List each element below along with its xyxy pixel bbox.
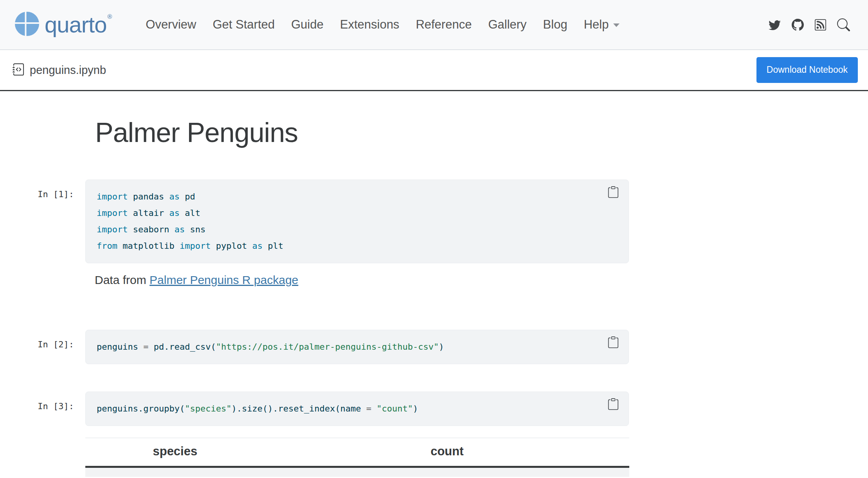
nav-link-get-started[interactable]: Get Started <box>212 18 275 32</box>
nav-icon-group <box>769 18 850 31</box>
search-icon[interactable] <box>837 18 850 31</box>
nav-link-overview[interactable]: Overview <box>146 18 196 32</box>
table-row <box>85 467 629 477</box>
clipboard-icon[interactable] <box>607 186 619 199</box>
nav-link-reference[interactable]: Reference <box>416 18 472 32</box>
github-icon[interactable] <box>792 19 804 31</box>
code-cell-input: penguins = pd.read_csv("https://pos.it/p… <box>85 330 629 364</box>
code-cell-input: penguins.groupby("species").size().reset… <box>85 392 629 426</box>
notebook-filename: penguins.ipynb <box>30 64 106 77</box>
notebook-header-bar: penguins.ipynb Download Notebook <box>0 50 868 91</box>
nav-link-guide[interactable]: Guide <box>291 18 324 32</box>
code-cell: In [3]: penguins.groupby("species").size… <box>20 392 868 426</box>
code-text: penguins = pd.read_csv("https://pos.it/p… <box>97 339 618 355</box>
nav-link-blog[interactable]: Blog <box>543 18 567 32</box>
cell-execution-label: In [2]: <box>20 330 85 364</box>
nav-link-help[interactable]: Help <box>584 18 620 32</box>
table-header-row: species count <box>85 438 629 467</box>
table-header-species: species <box>85 438 265 467</box>
code-cell: In [2]: penguins = pd.read_csv("https://… <box>20 330 868 364</box>
quarto-logo[interactable]: quarto ® <box>15 12 112 38</box>
clipboard-icon[interactable] <box>607 398 619 411</box>
quarto-logo-icon <box>15 12 39 38</box>
navbar: quarto ® OverviewGet StartedGuideExtensi… <box>0 0 868 50</box>
rss-icon[interactable] <box>815 19 826 31</box>
notebook-content: Palmer Penguins In [1]: import pandas as… <box>0 119 868 477</box>
code-cell: In [1]: import pandas as pd import altai… <box>20 180 868 263</box>
caret-down-icon <box>613 23 619 27</box>
code-text: penguins.groupby("species").size().reset… <box>97 401 618 417</box>
paragraph-text: Data from <box>95 273 149 286</box>
clipboard-icon[interactable] <box>607 336 619 349</box>
paragraph: Data from Palmer Penguins R package <box>95 273 868 287</box>
nav-link-extensions[interactable]: Extensions <box>340 18 400 32</box>
cell-execution-label: In [3]: <box>20 392 85 426</box>
palmer-penguins-link[interactable]: Palmer Penguins R package <box>149 273 298 286</box>
journal-code-icon <box>13 63 25 77</box>
notebook-file: penguins.ipynb <box>13 63 106 77</box>
main-nav: OverviewGet StartedGuideExtensionsRefere… <box>146 18 619 32</box>
result-table: species count <box>85 438 629 477</box>
download-notebook-button[interactable]: Download Notebook <box>756 57 858 83</box>
twitter-icon[interactable] <box>769 19 781 31</box>
table-header-count: count <box>265 438 629 467</box>
brand-wordmark: quarto <box>45 13 106 36</box>
cell-execution-label: In [1]: <box>20 180 85 263</box>
nav-link-gallery[interactable]: Gallery <box>488 18 526 32</box>
code-text: import pandas as pd import altair as alt… <box>97 189 618 254</box>
brand-registered-mark: ® <box>107 13 112 20</box>
code-cell-input: import pandas as pd import altair as alt… <box>85 180 629 263</box>
page-title: Palmer Penguins <box>95 119 868 147</box>
